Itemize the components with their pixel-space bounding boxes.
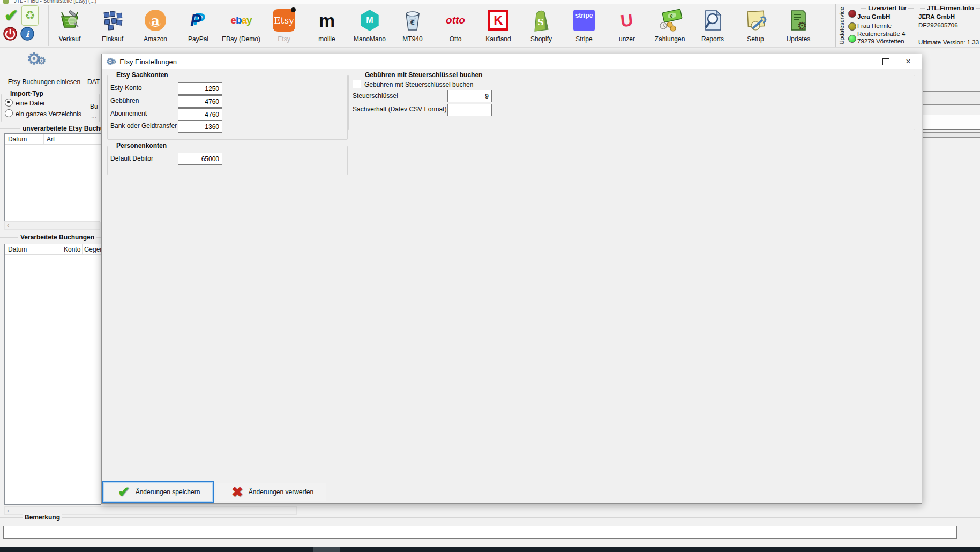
- discard-x-icon: ✖: [231, 484, 243, 501]
- toolbar-item-kaufland[interactable]: K Kaufland: [477, 4, 519, 47]
- toolbar-item-verkauf[interactable]: Verkauf: [49, 4, 91, 47]
- taskbar-button[interactable]: [313, 547, 340, 552]
- power-off-icon[interactable]: [2, 26, 18, 42]
- toolbar-item-reports[interactable]: Reports: [692, 4, 734, 47]
- gebuehren-input[interactable]: [178, 95, 222, 108]
- toolbar-item-zahlungen[interactable]: € Zahlungen: [649, 4, 691, 47]
- minimize-button[interactable]: [852, 55, 874, 68]
- kaufland-icon: K: [488, 6, 508, 34]
- checkbox-unchecked-icon[interactable]: [353, 80, 361, 88]
- steuerschluessel-input[interactable]: [447, 90, 492, 102]
- toolbar-item-setup[interactable]: Setup: [735, 4, 776, 47]
- etsy-einlesen-icon[interactable]: ⚙⚙: [21, 49, 51, 76]
- firmen-info-vat: DE292605706: [918, 22, 980, 29]
- close-button[interactable]: ×: [897, 55, 919, 68]
- radio-ganzes-verzeichnis[interactable]: ein ganzes Verzeichnis: [5, 109, 99, 118]
- unzer-icon: U: [620, 6, 633, 34]
- column-separator[interactable]: [43, 134, 44, 144]
- confirm-check-icon[interactable]: ✔: [2, 6, 20, 25]
- etsy-settings-dialog: ⚙⚙ Etsy Einstellungen × Etsy Sachkonten …: [101, 54, 922, 504]
- recycle-bin-icon[interactable]: ♻: [21, 5, 39, 26]
- background-window-fragment: [923, 132, 980, 138]
- window-title: JTL - FiBu - Schnittstelle [Etsy] (...): [14, 0, 96, 4]
- toolbar-item-amazon[interactable]: a Amazon: [134, 4, 176, 47]
- money-icon: €: [657, 6, 683, 34]
- toolbar-item-mt940[interactable]: € MT940: [392, 4, 433, 47]
- taskbar: [0, 547, 980, 552]
- ebay-icon: ebay: [230, 6, 251, 34]
- column-header[interactable]: Gegen: [84, 246, 101, 253]
- unprocessed-hscrollbar[interactable]: ‹: [4, 221, 100, 230]
- etsy-einlesen-button[interactable]: Etsy Buchungen einlesen: [0, 78, 88, 86]
- svg-text:⚙: ⚙: [797, 20, 807, 32]
- license-block: Lizenziert für Jera GmbH Frau Hermle Reu…: [857, 5, 917, 45]
- column-header[interactable]: Datum: [8, 246, 27, 253]
- toolbar-item-einkauf[interactable]: Einkauf: [92, 4, 133, 47]
- processed-table-header[interactable]: Datum Konto Gegen: [5, 244, 101, 255]
- maximize-button[interactable]: [874, 55, 897, 68]
- unprocessed-table-header[interactable]: Datum Art: [5, 134, 101, 145]
- mt940-bin-icon: €: [401, 6, 424, 34]
- dialog-titlebar[interactable]: ⚙⚙ Etsy Einstellungen ×: [102, 54, 922, 70]
- license-city: 79279 Vörstetten: [857, 39, 917, 45]
- toolbar-item-stripe[interactable]: stripe Stripe: [563, 4, 605, 47]
- import-typ-group: Import-Typ eine Datei ein ganzes Verzeic…: [1, 90, 100, 122]
- column-header[interactable]: Konto: [64, 246, 80, 253]
- abonnement-input[interactable]: [178, 108, 222, 120]
- bemerkung-group-label: Bemerkung: [23, 513, 62, 521]
- license-contact: Frau Hermle: [857, 23, 917, 29]
- column-separator[interactable]: [82, 244, 83, 254]
- sachverhalt-input[interactable]: [447, 104, 492, 116]
- svg-text:€: €: [670, 13, 672, 19]
- update-gear-icon: ⚙: [787, 6, 810, 34]
- toolbar-item-otto[interactable]: otto Otto: [435, 4, 476, 47]
- status-led-olive: [848, 22, 856, 31]
- radio-eine-datei[interactable]: eine Datei: [5, 99, 99, 107]
- column-header[interactable]: Datum: [8, 135, 27, 143]
- toolbar-item-manomano[interactable]: M ManoMano: [349, 4, 391, 47]
- background-window-fragment: [923, 115, 980, 130]
- background-text-fragment: Bu: [90, 103, 100, 110]
- group-line: [0, 517, 980, 518]
- toolbar-item-etsy[interactable]: Etsy Etsy: [263, 4, 305, 47]
- unprocessed-group-label: unverarbeitete Etsy Buchu: [20, 125, 104, 132]
- processed-table[interactable]: Datum Konto Gegen: [4, 244, 101, 505]
- svg-text:S: S: [537, 17, 544, 27]
- firmen-info-block: JTL-Firmen-Info JERA GmbH DE292605706 Ul…: [918, 5, 980, 46]
- toolbar-item-updates[interactable]: ⚙ Updates: [777, 4, 819, 47]
- discard-changes-button[interactable]: ✖ Änderungen verwerfen: [216, 483, 326, 501]
- steuerschluessel-checkbox[interactable]: Gebühren mit Steuerschlüssel buchen: [353, 80, 473, 88]
- mollie-icon: m: [319, 6, 335, 34]
- otto-icon: otto: [446, 6, 465, 34]
- column-header[interactable]: Art: [47, 135, 55, 143]
- processed-group-label: Verarbeitete Buchungen: [18, 233, 96, 241]
- toolbar-item-mollie[interactable]: m mollie: [306, 4, 348, 47]
- toolbar-item-shopify[interactable]: S Shopify: [520, 4, 562, 47]
- bank-geldtransfer-input[interactable]: [178, 120, 222, 133]
- bemerkung-input[interactable]: [3, 526, 957, 539]
- app-window: JTL - FiBu - Schnittstelle [Etsy] (...) …: [0, 0, 980, 552]
- dialog-title: Etsy Einstellungen: [119, 58, 177, 66]
- default-debitor-input[interactable]: [178, 153, 222, 165]
- license-street: Reutenerstraße 4: [857, 31, 917, 37]
- field-label: Default Debitor: [110, 155, 153, 162]
- datev-label-fragment: DATE: [87, 78, 100, 86]
- background-text-fragment: ...: [91, 112, 100, 120]
- save-changes-button[interactable]: ✔ Änderungen speichern: [102, 481, 213, 503]
- toolbar-item-ebay[interactable]: ebay EBay (Demo): [220, 4, 262, 47]
- background-window-fragment: [923, 91, 980, 105]
- license-company: Jera GmbH: [857, 14, 917, 20]
- field-label: Steuerschlüssel: [353, 92, 398, 100]
- gears-icon: ⚙: [111, 58, 116, 65]
- app-icon: [3, 0, 9, 4]
- radio-selected-icon: [5, 99, 13, 107]
- toolbar-item-paypal[interactable]: P P PayPal: [177, 4, 219, 47]
- column-separator[interactable]: [61, 244, 61, 254]
- esty-konto-input[interactable]: [178, 82, 222, 95]
- info-icon[interactable]: i: [19, 26, 35, 42]
- svg-text:€: €: [410, 18, 415, 27]
- toolbar-item-unzer[interactable]: U unzer: [606, 4, 648, 47]
- amazon-icon: a: [145, 6, 166, 34]
- unprocessed-table[interactable]: Datum Art: [4, 133, 101, 222]
- wrench-note-icon: [744, 6, 767, 34]
